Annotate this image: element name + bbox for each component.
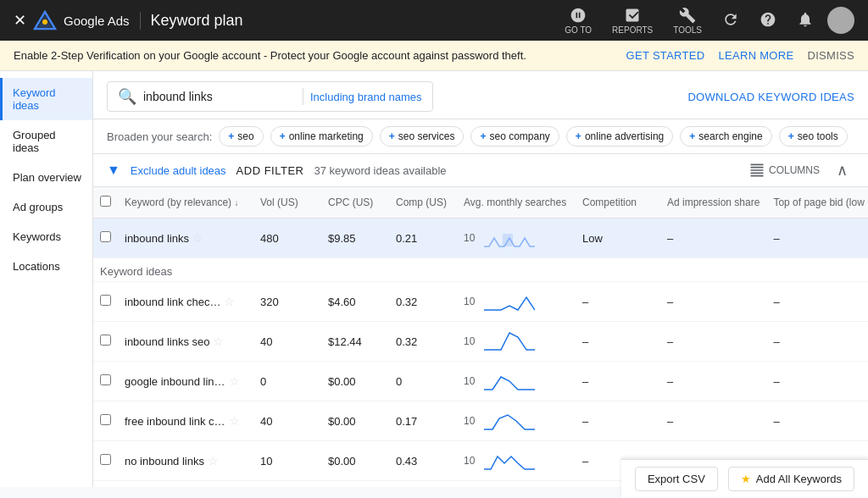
broaden-row: Broaden your search: +seo +online market…	[93, 119, 868, 154]
chip-online-advertising[interactable]: +online advertising	[566, 126, 673, 147]
learn-more-button[interactable]: LEARN MORE	[718, 49, 793, 62]
row-checkbox[interactable]	[100, 295, 111, 306]
th-impression: Ad impression share	[660, 187, 766, 219]
th-keyword[interactable]: Keyword (by relevance) ↓	[118, 187, 253, 219]
close-icon[interactable]: ✕	[14, 11, 26, 30]
row-checkbox[interactable]	[100, 454, 111, 465]
chip-online-marketing[interactable]: +online marketing	[270, 126, 373, 147]
sidebar-item-locations[interactable]: Locations	[0, 252, 92, 281]
search-box[interactable]: 🔍 Including brand names	[107, 81, 433, 112]
app-name: Google Ads	[64, 14, 130, 28]
logo-area: ✕ Google Ads Keyword plan	[14, 10, 243, 30]
main-cpc: $9.85	[321, 219, 389, 258]
goto-button[interactable]: GO TO	[558, 3, 598, 38]
main-keyword-text: inbound links	[125, 232, 189, 245]
main-vol: 480	[253, 219, 321, 258]
chip-seo[interactable]: +seo	[219, 126, 263, 147]
broaden-label: Broaden your search:	[107, 130, 212, 143]
keyword-table: Keyword (by relevance) ↓ Vol (US) CPC (U…	[93, 187, 868, 487]
sidebar-item-keywords[interactable]: Keywords	[0, 222, 92, 252]
user-avatar[interactable]	[827, 7, 854, 34]
banner-text: Enable 2-Step Verification on your Googl…	[14, 49, 526, 62]
th-checkbox	[93, 187, 118, 219]
search-input[interactable]	[143, 90, 296, 103]
main-comp: 0.21	[389, 219, 457, 258]
bottom-bar: Export CSV ★ Add All Keywords	[621, 459, 868, 487]
star-icon[interactable]: ☆	[229, 374, 240, 388]
main-star-icon[interactable]: ☆	[192, 231, 203, 245]
main-layout: Keyword ideas Grouped ideas Plan overvie…	[0, 71, 868, 487]
table-row: free inbound link c…☆ 40$0.000.17 10 –––…	[93, 401, 868, 441]
main-keyword-cell: inbound links ☆	[118, 219, 253, 258]
section-label-text: Keyword ideas	[93, 258, 868, 282]
add-all-star-icon: ★	[741, 473, 751, 485]
th-cpc: CPC (US)	[321, 187, 389, 219]
collapse-button[interactable]: ∧	[830, 161, 854, 180]
content-area: 🔍 Including brand names DOWNLOAD KEYWORD…	[93, 71, 868, 487]
table-row: google inbound lin…☆ 0$0.000 10 –––––	[93, 362, 868, 401]
search-bar-row: 🔍 Including brand names DOWNLOAD KEYWORD…	[93, 71, 868, 119]
th-comp: Comp (US)	[389, 187, 457, 219]
add-filter-button[interactable]: ADD FILTER	[236, 164, 304, 177]
table-row: inbound link chec…☆ 320$4.600.32 10 ––––…	[93, 282, 868, 322]
get-started-button[interactable]: GET STARTED	[626, 49, 705, 62]
columns-button[interactable]: COLUMNS	[748, 162, 820, 179]
sidebar-item-ad-groups[interactable]: Ad groups	[0, 192, 92, 222]
chip-seo-tools[interactable]: +seo tools	[779, 126, 848, 147]
row-checkbox-cell[interactable]	[93, 219, 118, 258]
table-row: inbound links seo☆ 40$12.440.32 10 –––––	[93, 322, 868, 362]
main-competition: Low	[576, 219, 660, 258]
main-avg: 10	[457, 219, 576, 258]
select-all-checkbox[interactable]	[100, 196, 111, 207]
ideas-count: 37 keyword ideas available	[314, 164, 446, 177]
download-keyword-ideas-button[interactable]: DOWNLOAD KEYWORD IDEAS	[687, 91, 854, 103]
sidebar-item-grouped-ideas[interactable]: Grouped ideas	[0, 120, 92, 163]
filter-row: ▼ Exclude adult ideas ADD FILTER 37 keyw…	[93, 154, 868, 187]
columns-icon	[748, 162, 765, 179]
th-competition: Competition	[576, 187, 660, 219]
including-brand-toggle[interactable]: Including brand names	[310, 91, 422, 103]
banner: Enable 2-Step Verification on your Googl…	[0, 41, 868, 71]
dismiss-button[interactable]: DISMISS	[807, 49, 854, 62]
help-button[interactable]	[753, 8, 783, 33]
main-bid-low: –	[766, 219, 868, 258]
chip-search-engine[interactable]: +search engine	[680, 126, 771, 147]
chip-seo-services[interactable]: +seo services	[380, 126, 465, 147]
page-title: Keyword plan	[140, 12, 243, 30]
refresh-button[interactable]	[715, 8, 746, 33]
row-checkbox[interactable]	[100, 414, 111, 425]
row-checkbox[interactable]	[100, 231, 111, 242]
main-keyword-row: inbound links ☆ 480 $9.85 0.21 10	[93, 219, 868, 258]
star-icon[interactable]: ☆	[213, 335, 224, 348]
filter-icon: ▼	[107, 163, 120, 178]
reports-button[interactable]: REPORTS	[605, 3, 659, 38]
search-icon: 🔍	[118, 87, 136, 106]
main-sparkline	[484, 225, 535, 251]
section-label-row: Keyword ideas	[93, 258, 868, 282]
chip-seo-company[interactable]: +seo company	[470, 126, 559, 147]
export-csv-button[interactable]: Export CSV	[635, 467, 718, 487]
google-ads-logo-icon	[33, 10, 57, 30]
tools-button[interactable]: TOOLS	[666, 3, 709, 38]
nav-icons: GO TO REPORTS TOOLS	[558, 3, 854, 38]
th-avg: Avg. monthly searches	[457, 187, 576, 219]
row-checkbox[interactable]	[100, 374, 111, 385]
sidebar-item-plan-overview[interactable]: Plan overview	[0, 163, 92, 192]
star-icon[interactable]: ☆	[208, 454, 219, 468]
search-divider	[303, 88, 303, 105]
star-icon[interactable]: ☆	[224, 295, 235, 308]
sort-arrow-icon: ↓	[234, 198, 238, 208]
add-all-keywords-button[interactable]: ★ Add All Keywords	[728, 467, 854, 487]
th-vol: Vol (US)	[253, 187, 321, 219]
exclude-adult-button[interactable]: Exclude adult ideas	[131, 164, 226, 177]
row-checkbox[interactable]	[100, 335, 111, 346]
svg-point-2	[42, 19, 47, 25]
table-header-row: Keyword (by relevance) ↓ Vol (US) CPC (U…	[93, 187, 868, 219]
svg-rect-3	[503, 234, 513, 246]
star-icon[interactable]: ☆	[229, 414, 240, 428]
sidebar-item-keyword-ideas[interactable]: Keyword ideas	[0, 78, 92, 120]
main-impression: –	[660, 219, 766, 258]
sidebar: Keyword ideas Grouped ideas Plan overvie…	[0, 71, 93, 487]
top-nav: ✕ Google Ads Keyword plan GO TO REPORTS …	[0, 0, 868, 41]
notifications-button[interactable]	[790, 8, 821, 33]
